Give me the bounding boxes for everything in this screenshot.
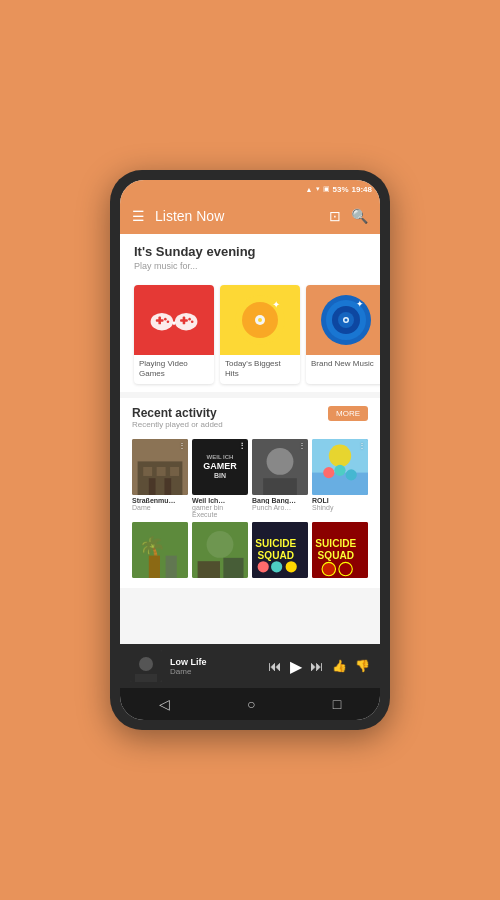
- dots-icon-2[interactable]: ⋮: [238, 441, 246, 450]
- activity-thumb-strassenmu: ⋮: [132, 439, 188, 495]
- svg-rect-45: [223, 558, 243, 578]
- svg-rect-28: [164, 478, 171, 495]
- activity-info-4: ROLI Shindy: [312, 497, 368, 511]
- activity-item-r2-4[interactable]: SUICIDE SQUAD: [312, 522, 368, 580]
- home-button[interactable]: ○: [247, 696, 255, 712]
- greeting-subtitle: Play music for...: [134, 261, 366, 271]
- activity-name-3: Bang Bang…: [252, 497, 308, 504]
- phone-screen: ▲ ▾ ▣ 53% 19:48 ☰ Listen Now ⊡ 🔍 It's Su…: [120, 180, 380, 720]
- svg-rect-7: [180, 319, 188, 322]
- svg-rect-25: [157, 467, 166, 476]
- activity-item-roli[interactable]: ⋮ ROLI Shindy: [312, 439, 368, 518]
- activity-artist-4: Shindy: [312, 504, 368, 511]
- nav-bar: ◁ ○ □: [120, 688, 380, 720]
- svg-point-20: [345, 319, 348, 322]
- activity-thumb-r2-2: [192, 522, 248, 578]
- card-image-games: [134, 285, 214, 355]
- now-playing-controls: ⏮ ▶ ⏭ 👍 👎: [268, 657, 370, 676]
- activity-thumb-weilich: WEIL ICH GAMER BIN ⋮: [192, 439, 248, 495]
- activity-grid-row1: ⋮ Straßenmu… Dame WEIL ICH GAMER B: [132, 439, 368, 518]
- recent-title: Recent activity: [132, 406, 223, 420]
- svg-point-37: [346, 469, 357, 480]
- more-button[interactable]: MORE: [328, 406, 368, 421]
- music-cards-scroll[interactable]: Playing Video Games ✦: [120, 277, 380, 392]
- svg-text:SUICIDE: SUICIDE: [255, 537, 296, 548]
- svg-point-56: [339, 562, 352, 575]
- svg-rect-31: [263, 478, 297, 495]
- svg-text:✦: ✦: [272, 299, 280, 310]
- now-playing-info: Low Life Dame: [170, 657, 260, 676]
- activity-grid-row2: 🌴: [132, 522, 368, 580]
- activity-info-3: Bang Bang… Punch Aro…: [252, 497, 308, 511]
- apps-button[interactable]: □: [333, 696, 341, 712]
- dots-icon-3[interactable]: ⋮: [298, 441, 306, 450]
- next-button[interactable]: ⏭: [310, 658, 324, 674]
- activity-name-2: Weil Ich…: [192, 497, 248, 504]
- search-icon[interactable]: 🔍: [351, 208, 368, 224]
- activity-item-r2-2[interactable]: [192, 522, 248, 580]
- svg-point-58: [139, 657, 153, 671]
- activity-item-bangbang[interactable]: ⋮ Bang Bang… Punch Aro…: [252, 439, 308, 518]
- dots-icon-4[interactable]: ⋮: [358, 441, 366, 450]
- app-bar: ☰ Listen Now ⊡ 🔍: [120, 198, 380, 234]
- like-button[interactable]: 👍: [332, 659, 347, 673]
- svg-point-4: [167, 320, 170, 323]
- activity-thumb-r2-3: SUICIDE SQUAD: [252, 522, 308, 578]
- svg-point-55: [322, 562, 335, 575]
- signal-icon: ▲: [306, 186, 313, 193]
- app-bar-title: Listen Now: [155, 208, 329, 224]
- recent-header-left: Recent activity Recently played or added: [132, 406, 223, 437]
- svg-point-49: [258, 561, 269, 572]
- music-card-games[interactable]: Playing Video Games: [134, 285, 214, 384]
- status-bar: ▲ ▾ ▣ 53% 19:48: [120, 180, 380, 198]
- svg-text:SQUAD: SQUAD: [318, 550, 354, 561]
- content-area: It's Sunday evening Play music for...: [120, 234, 380, 644]
- recent-header: Recent activity Recently played or added…: [132, 406, 368, 437]
- activity-thumb-r2-1: 🌴: [132, 522, 188, 578]
- svg-point-36: [334, 465, 345, 476]
- svg-point-13: [258, 318, 262, 322]
- svg-rect-40: [149, 555, 160, 577]
- activity-info-1: Straßenmu… Dame: [132, 497, 188, 511]
- now-playing-thumb: [130, 650, 162, 682]
- now-playing-title: Low Life: [170, 657, 260, 667]
- svg-rect-26: [170, 467, 179, 476]
- svg-rect-27: [149, 478, 156, 495]
- svg-point-43: [207, 531, 234, 558]
- svg-rect-23: [138, 461, 183, 495]
- wifi-icon: ▾: [316, 185, 320, 193]
- svg-point-5: [175, 313, 198, 330]
- app-bar-actions: ⊡ 🔍: [329, 208, 368, 224]
- recent-section: Recent activity Recently played or added…: [120, 398, 380, 588]
- dislike-button[interactable]: 👎: [355, 659, 370, 673]
- card-label-games: Playing Video Games: [134, 355, 214, 384]
- card-label-hits: Today's Biggest Hits: [220, 355, 300, 384]
- svg-rect-2: [156, 319, 164, 322]
- activity-item-r2-3[interactable]: SUICIDE SQUAD: [252, 522, 308, 580]
- svg-point-9: [191, 320, 194, 323]
- phone-frame: ▲ ▾ ▣ 53% 19:48 ☰ Listen Now ⊡ 🔍 It's Su…: [110, 170, 390, 730]
- cast-icon[interactable]: ⊡: [329, 208, 341, 224]
- gamepad-svg: [148, 302, 200, 338]
- svg-point-0: [151, 313, 174, 330]
- prev-button[interactable]: ⏮: [268, 658, 282, 674]
- svg-text:✦: ✦: [356, 299, 364, 309]
- now-playing-artist: Dame: [170, 667, 260, 676]
- music-card-hits[interactable]: ✦ Today's Biggest Hits: [220, 285, 300, 384]
- activity-artist-3: Punch Aro…: [252, 504, 308, 511]
- svg-text:SUICIDE: SUICIDE: [315, 537, 356, 548]
- dots-icon-1[interactable]: ⋮: [178, 441, 186, 450]
- activity-item-weilich[interactable]: WEIL ICH GAMER BIN ⋮ Weil Ich… gamer bin…: [192, 439, 248, 518]
- svg-rect-41: [166, 555, 177, 577]
- activity-item-strassenmu[interactable]: ⋮ Straßenmu… Dame: [132, 439, 188, 518]
- play-button[interactable]: ▶: [290, 657, 302, 676]
- music-card-new[interactable]: ✦ Brand New Music: [306, 285, 380, 384]
- battery-icon: ▣: [323, 185, 330, 193]
- svg-point-30: [267, 448, 294, 475]
- back-button[interactable]: ◁: [159, 696, 170, 712]
- svg-point-33: [329, 444, 351, 466]
- activity-item-r2-1[interactable]: 🌴: [132, 522, 188, 580]
- menu-icon[interactable]: ☰: [132, 208, 145, 224]
- greeting-section: It's Sunday evening Play music for...: [120, 234, 380, 277]
- activity-artist-1: Dame: [132, 504, 188, 511]
